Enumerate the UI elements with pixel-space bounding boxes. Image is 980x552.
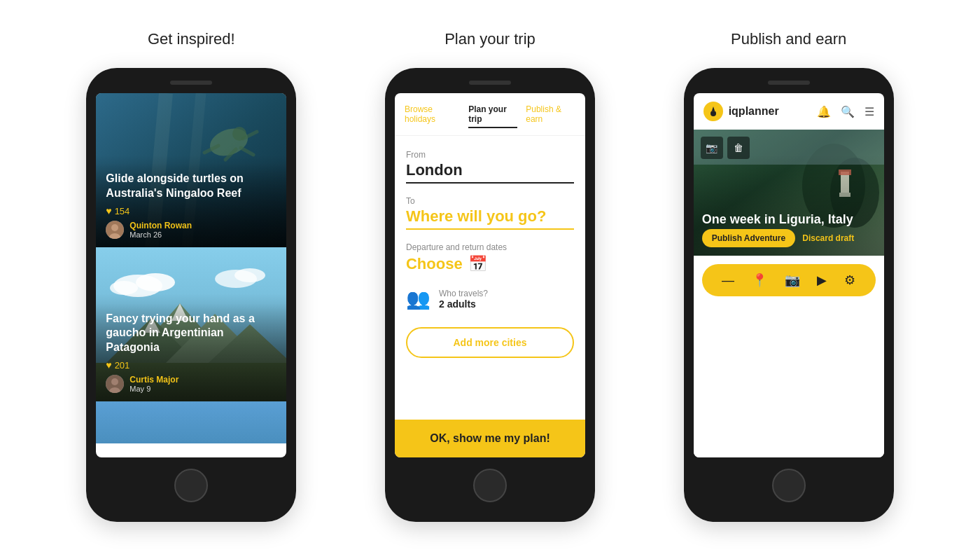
discard-draft-btn[interactable]: Discard draft (802, 233, 854, 243)
toolbar-settings-icon[interactable]: ⚙ (844, 272, 855, 288)
calendar-icon: 📅 (468, 255, 487, 273)
svg-rect-30 (96, 401, 286, 443)
from-label: From (406, 150, 574, 160)
publish-hero: 📷 🗑 One week in Liguria, Italy Publish A… (694, 130, 884, 256)
publish-app-header: iqplanner 🔔 🔍 ☰ (694, 93, 884, 130)
hero-title: One week in Liguria, Italy (702, 212, 853, 228)
publish-content-area (694, 305, 884, 457)
toolbar-play-icon[interactable]: ▶ (817, 272, 827, 288)
card-1-author-info: Quinton Rowan March 26 (130, 221, 192, 239)
svg-marker-32 (712, 106, 715, 111)
travelers-info: Who travels? 2 adults (439, 289, 488, 310)
plan-cta-btn[interactable]: OK, show me my plan! (395, 420, 585, 457)
menu-icon[interactable]: ☰ (864, 105, 874, 118)
get-inspired-section: Get inspired! (58, 30, 324, 522)
app-name: iqplanner (729, 105, 811, 118)
card-1-overlay: Glide alongside turtles on Australia's N… (96, 163, 286, 247)
travelers-value: 2 adults (439, 298, 488, 310)
section-title-1: Get inspired! (148, 30, 235, 48)
feed-card-1[interactable]: Glide alongside turtles on Australia's N… (96, 93, 286, 247)
card-2-title: Fancy trying your hand as a gaucho in Ar… (106, 312, 276, 355)
phone-2: Browse holidays Plan your trip Publish &… (385, 68, 595, 522)
to-placeholder[interactable]: Where will you go? (406, 207, 574, 230)
page-container: Get inspired! (0, 2, 980, 550)
author-date-1: March 26 (130, 230, 192, 239)
camera-btn[interactable]: 📷 (701, 137, 723, 159)
add-cities-btn[interactable]: Add more cities (406, 327, 574, 358)
plan-section: Plan your trip Browse holidays Plan your… (357, 30, 623, 522)
phone-1-home-btn[interactable] (174, 469, 208, 502)
svg-point-28 (111, 378, 118, 385)
dates-label: Departure and return dates (406, 242, 574, 252)
header-action-icons: 🔔 🔍 ☰ (817, 105, 874, 118)
author-name-1: Quinton Rowan (130, 221, 192, 230)
phone-3-home-btn[interactable] (772, 469, 806, 502)
card-2-overlay: Fancy trying your hand as a gaucho in Ar… (96, 303, 286, 401)
card-1-likes: ♥ 154 (106, 205, 276, 216)
phone-1: Glide alongside turtles on Australia's N… (86, 68, 296, 522)
card-1-author: Quinton Rowan March 26 (106, 221, 276, 239)
travelers-icon: 👥 (406, 287, 430, 310)
tab-publish[interactable]: Publish & earn (526, 104, 575, 128)
card-2-likes: ♥ 201 (106, 359, 276, 371)
section-title-3: Publish and earn (731, 30, 846, 48)
from-value[interactable]: London (406, 161, 574, 184)
publish-adventure-btn[interactable]: Publish Adventure (702, 229, 796, 247)
phone-3: iqplanner 🔔 🔍 ☰ (684, 68, 894, 522)
to-label: To (406, 196, 574, 206)
notification-icon[interactable]: 🔔 (817, 105, 831, 118)
svg-point-31 (710, 111, 716, 116)
card-1-title: Glide alongside turtles on Australia's N… (106, 172, 276, 201)
toolbar-location-icon[interactable]: 📍 (752, 272, 767, 288)
tab-browse[interactable]: Browse holidays (405, 104, 460, 128)
heart-icon-2: ♥ (106, 359, 111, 371)
travelers-question: Who travels? (439, 289, 488, 298)
delete-btn[interactable]: 🗑 (727, 137, 750, 159)
plan-tabs: Browse holidays Plan your trip Publish &… (395, 93, 585, 136)
heart-icon-1: ♥ (106, 205, 111, 216)
toolbar-minus-icon[interactable]: — (722, 273, 734, 288)
phone-2-home-btn[interactable] (473, 469, 507, 502)
feed-card-3-partial (96, 401, 286, 443)
publish-section: Publish and earn iqplanner 🔔 🔍 ☰ (656, 30, 922, 522)
hero-controls: 📷 🗑 (701, 137, 750, 159)
phone-1-screen: Glide alongside turtles on Australia's N… (96, 93, 286, 457)
svg-point-11 (111, 224, 118, 231)
card-2-author: Curtis Major May 9 (106, 375, 276, 393)
author-avatar-1 (106, 221, 124, 239)
dates-choose[interactable]: Choose 📅 (406, 255, 574, 273)
section-title-2: Plan your trip (444, 30, 536, 48)
author-name-2: Curtis Major (130, 375, 178, 385)
hero-actions: Publish Adventure Discard draft (702, 229, 855, 247)
author-date-2: May 9 (130, 385, 178, 393)
travelers-row[interactable]: 👥 Who travels? 2 adults (406, 287, 574, 310)
feed-card-2[interactable]: Fancy trying your hand as a gaucho in Ar… (96, 247, 286, 401)
phone-3-screen: iqplanner 🔔 🔍 ☰ (694, 93, 884, 457)
publish-toolbar: — 📍 📷 ▶ ⚙ (702, 264, 876, 296)
plan-body: From London To Where will you go? Depart… (395, 136, 585, 406)
search-icon[interactable]: 🔍 (841, 105, 855, 118)
app-logo-icon (704, 102, 723, 121)
toolbar-photo-icon[interactable]: 📷 (785, 272, 800, 288)
tab-plan[interactable]: Plan your trip (468, 104, 517, 128)
author-avatar-2 (106, 375, 124, 393)
phone-2-screen: Browse holidays Plan your trip Publish &… (395, 93, 585, 457)
card-2-author-info: Curtis Major May 9 (130, 375, 178, 393)
